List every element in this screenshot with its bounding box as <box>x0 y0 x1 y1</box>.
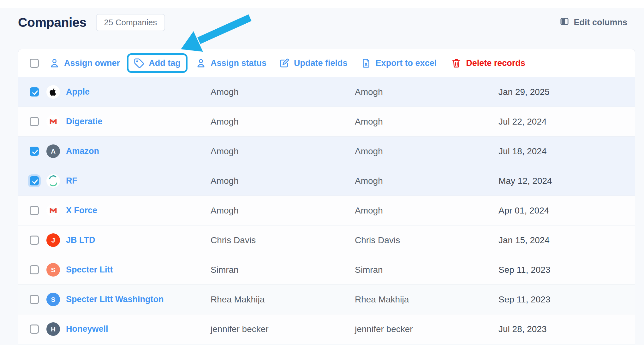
company-cell: S Specter Litt <box>18 255 199 284</box>
letter-avatar: H <box>46 322 60 336</box>
date-cell: Jul 22, 2024 <box>490 107 635 136</box>
date-cell: Jan 15, 2024 <box>490 225 635 255</box>
company-cell: X Force <box>18 196 199 225</box>
bulk-actions-toolbar: Assign owner Add tag Assign status Updat… <box>18 49 635 77</box>
company-name-link[interactable]: JB LTD <box>66 235 95 245</box>
columns-icon <box>559 16 569 29</box>
date-cell: Sep 11, 2023 <box>490 285 635 314</box>
company-name-link[interactable]: Digeratie <box>66 117 103 126</box>
company-name-link[interactable]: X Force <box>66 206 97 215</box>
edit-columns-button[interactable]: Edit columns <box>559 16 627 29</box>
table-row[interactable]: Apple Amogh Amogh Jan 29, 2025 <box>18 77 635 107</box>
company-name-link[interactable]: Apple <box>66 87 90 97</box>
table-row[interactable]: J JB LTD Chris Davis Chris Davis Jan 15,… <box>18 225 635 255</box>
apple-logo-icon <box>46 85 60 99</box>
select-all-checkbox[interactable] <box>30 59 39 68</box>
pencil-square-icon <box>279 58 289 68</box>
row-checkbox[interactable] <box>30 176 39 185</box>
company-cell: A Amazon <box>18 137 199 166</box>
company-name-link[interactable]: Specter Litt Washington <box>66 295 164 304</box>
company-cell: RF <box>18 166 199 196</box>
letter-avatar: S <box>46 263 60 277</box>
row-checkbox[interactable] <box>30 236 39 245</box>
owner-cell: Simran <box>199 255 345 284</box>
owner-cell: Amogh <box>199 137 345 166</box>
company-cell: S Specter Litt Washington <box>18 285 199 314</box>
table-body: Apple Amogh Amogh Jan 29, 2025 Digeratie… <box>18 77 635 344</box>
owner-cell: Amogh <box>199 77 345 107</box>
date-cell: Jul 28, 2023 <box>490 314 635 344</box>
owner-cell: Rhea Makhija <box>199 285 345 314</box>
owner-cell: Chris Davis <box>199 225 345 255</box>
second-owner-cell: jennifer becker <box>345 314 490 344</box>
table-row[interactable]: X Force Amogh Amogh Apr 01, 2024 <box>18 196 635 225</box>
company-cell: Apple <box>18 77 199 107</box>
row-checkbox[interactable] <box>30 265 39 274</box>
second-owner-cell: Simran <box>345 255 490 284</box>
toolbar-button-update-fields[interactable]: Update fields <box>279 58 348 68</box>
date-cell: Jul 18, 2024 <box>490 137 635 166</box>
table-row[interactable]: Digeratie Amogh Amogh Jul 22, 2024 <box>18 107 635 137</box>
second-owner-cell: Amogh <box>345 137 490 166</box>
owner-cell: Amogh <box>199 107 345 136</box>
table-row[interactable]: S Specter Litt Washington Rhea Makhija R… <box>18 285 635 314</box>
table-row[interactable]: H Honeywell jennifer becker jennifer bec… <box>18 314 635 344</box>
owner-cell: jennifer becker <box>199 314 345 344</box>
table-row[interactable]: A Amazon Amogh Amogh Jul 18, 2024 <box>18 137 635 166</box>
second-owner-cell: Amogh <box>345 196 490 225</box>
row-checkbox[interactable] <box>30 117 39 126</box>
toolbar-button-assign-status[interactable]: Assign status <box>196 58 266 68</box>
toolbar-button-delete-records[interactable]: Delete records <box>451 58 525 68</box>
row-checkbox[interactable] <box>30 147 39 156</box>
company-cell: Digeratie <box>18 107 199 136</box>
gmail-icon <box>46 115 60 128</box>
letter-avatar: S <box>46 293 60 306</box>
page-header: Companies 25 Companies Edit columns <box>18 11 627 33</box>
page-title: Companies <box>18 15 86 30</box>
companies-panel: Assign owner Add tag Assign status Updat… <box>18 49 635 345</box>
top-strip <box>0 0 644 8</box>
company-name-link[interactable]: Honeywell <box>66 324 108 334</box>
table-row[interactable]: S Specter Litt Simran Simran Sep 11, 202… <box>18 255 635 285</box>
table-row[interactable]: RF Amogh Amogh May 12, 2024 <box>18 166 635 196</box>
toolbar-button-export-to-excel[interactable]: Export to excel <box>361 58 437 68</box>
row-checkbox[interactable] <box>30 325 39 334</box>
letter-avatar: J <box>46 233 60 247</box>
header-left: Companies 25 Companies <box>18 14 165 31</box>
owner-cell: Amogh <box>199 166 345 196</box>
second-owner-cell: Amogh <box>345 166 490 196</box>
company-name-link[interactable]: RF <box>66 176 77 186</box>
second-owner-cell: Chris Davis <box>345 225 490 255</box>
date-cell: Jan 29, 2025 <box>490 77 635 107</box>
person-icon <box>49 58 60 68</box>
gmail-icon <box>46 204 60 217</box>
tag-icon <box>134 58 144 68</box>
excel-file-icon <box>361 58 371 68</box>
person-icon <box>196 58 206 68</box>
annotation-arrow <box>170 9 268 58</box>
company-name-link[interactable]: Amazon <box>66 146 99 156</box>
date-cell: May 12, 2024 <box>490 166 635 196</box>
second-owner-cell: Rhea Makhija <box>345 285 490 314</box>
date-cell: Sep 11, 2023 <box>490 255 635 284</box>
second-owner-cell: Amogh <box>345 77 490 107</box>
company-count-badge: 25 Companies <box>96 14 165 31</box>
row-checkbox[interactable] <box>30 295 39 304</box>
edit-columns-label: Edit columns <box>574 18 627 27</box>
toolbar-button-add-tag[interactable]: Add tag <box>134 58 181 68</box>
letter-avatar: A <box>46 144 60 158</box>
trash-icon <box>451 58 462 68</box>
date-cell: Apr 01, 2024 <box>490 196 635 225</box>
sync-icon <box>46 174 60 188</box>
company-name-link[interactable]: Specter Litt <box>66 265 113 275</box>
owner-cell: Amogh <box>199 196 345 225</box>
company-cell: H Honeywell <box>18 314 199 344</box>
row-checkbox[interactable] <box>30 206 39 215</box>
second-owner-cell: Amogh <box>345 107 490 136</box>
company-cell: J JB LTD <box>18 225 199 255</box>
row-checkbox[interactable] <box>30 87 39 96</box>
toolbar-button-assign-owner[interactable]: Assign owner <box>49 58 120 68</box>
